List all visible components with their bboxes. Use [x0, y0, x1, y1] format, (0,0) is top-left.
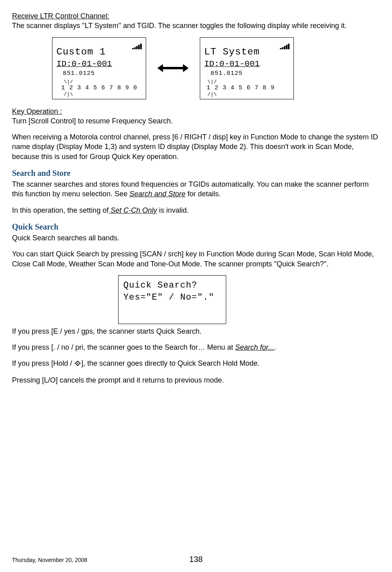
text: for details.: [185, 190, 221, 198]
lcd-freq: 851.0125: [211, 70, 289, 78]
after-lcd-p1: If you press [E / yes / gps, the scanner…: [12, 326, 380, 336]
search-store-p1: The scanner searches and stores found fr…: [12, 179, 380, 199]
signal-icon: [132, 40, 142, 49]
text: is invalid.: [157, 206, 189, 214]
antenna-icon-top: \|/: [207, 80, 289, 85]
antenna-icon-bottom: /|\: [207, 93, 289, 96]
lcd-id: ID:0-01-001: [56, 58, 142, 70]
text: ], the scanner goes directly to Quick Se…: [81, 359, 259, 367]
link-search-for[interactable]: Search for...: [235, 343, 274, 351]
quick-search-title: Quick Search: [12, 222, 380, 232]
after-lcd-p4: Pressing [L/O] cancels the prompt and it…: [12, 375, 380, 385]
lcd-display-custom: Custom 1 ID:0-01-001 851.0125 \|/ 1 2 3 …: [52, 37, 146, 99]
motorola-paragraph: When receiving a Motorola control channe…: [12, 132, 380, 161]
lcd-line-1: Quick Search?: [123, 280, 221, 292]
lcd-freq: 851.0125: [63, 70, 142, 78]
lcd-title: Custom 1: [56, 46, 142, 58]
double-arrow-icon: [157, 64, 189, 72]
intro-paragraph: The scanner displays "LT System" and TGI…: [12, 21, 380, 30]
link-set-c-ch-only[interactable]: Set C-Ch Only: [109, 206, 157, 214]
after-lcd-p3: If you press [Hold / ], the scanner goes…: [12, 359, 380, 369]
signal-icon: [279, 40, 289, 49]
svg-point-3: [77, 363, 78, 364]
quick-search-p2: You can start Quick Search by pressing […: [12, 249, 380, 269]
keyop-paragraph: Turn [Scroll Control] to resume Frequenc…: [12, 116, 380, 126]
lcd-numbers: 1 2 3 4 5 6 7 8 9 0: [61, 84, 142, 92]
after-lcd-p2: If you press [. / no / pri, the scanner …: [12, 342, 380, 352]
lcd-numbers: 1 2 3 4 5 6 7 8 9: [207, 84, 289, 92]
quick-search-p1: Quick Search searches all bands.: [12, 233, 380, 243]
lcd-display-lt-system: LT System ID:0-01-001 851.0125 \|/ 1 2 3…: [200, 37, 294, 99]
search-store-title: Search and Store: [12, 168, 380, 179]
display-row: Custom 1 ID:0-01-001 851.0125 \|/ 1 2 3 …: [52, 37, 380, 99]
text: .: [274, 343, 276, 351]
lcd-title: LT System: [204, 46, 289, 58]
section-heading: Receive LTR Control Channel:: [12, 11, 380, 21]
close-call-icon: [74, 359, 81, 369]
search-store-p2: In this operation, the setting of Set C-…: [12, 205, 380, 215]
lcd-display-quick-search: Quick Search? Yes="E" / No=".": [118, 275, 226, 324]
keyop-heading: Key Operation :: [12, 107, 380, 116]
lcd-id: ID:0-01-001: [204, 58, 289, 70]
text: If you press [Hold /: [12, 359, 74, 367]
link-search-and-store[interactable]: Search and Store: [129, 190, 185, 198]
text: In this operation, the setting of: [12, 206, 109, 214]
text: If you press [. / no / pri, the scanner …: [12, 343, 235, 351]
antenna-icon-top: \|/: [64, 80, 142, 85]
antenna-icon-bottom: /|\: [64, 93, 142, 96]
lcd-line-2: Yes="E" / No=".": [123, 292, 221, 304]
